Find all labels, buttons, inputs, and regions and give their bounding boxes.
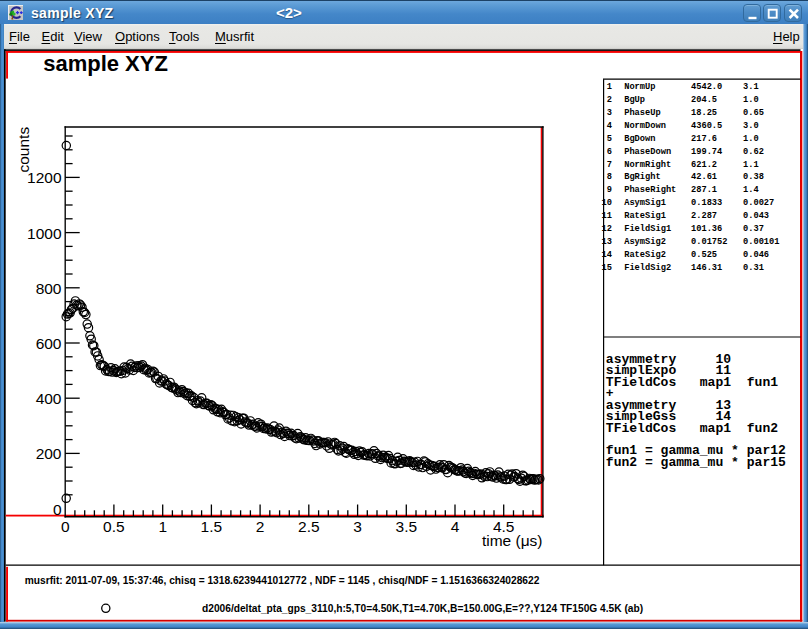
svg-text:217.6: 217.6 (691, 134, 717, 144)
svg-text:146.31: 146.31 (691, 263, 722, 273)
svg-text:800: 800 (36, 280, 62, 297)
svg-text:1.5: 1.5 (201, 518, 223, 535)
svg-text:3: 3 (353, 518, 362, 535)
svg-text:3.5: 3.5 (396, 518, 418, 535)
svg-text:0.525: 0.525 (691, 250, 717, 260)
svg-text:1.4: 1.4 (743, 185, 759, 195)
svg-text:11: 11 (602, 211, 612, 221)
svg-text:1: 1 (607, 82, 612, 92)
svg-text:0.046: 0.046 (743, 250, 769, 260)
svg-text:3.0: 3.0 (743, 121, 759, 131)
svg-text:0.1833: 0.1833 (691, 198, 722, 208)
svg-text:199.74: 199.74 (691, 147, 722, 157)
svg-text:15: 15 (602, 263, 612, 273)
svg-text:1200: 1200 (27, 169, 62, 186)
svg-text:4360.5: 4360.5 (691, 121, 722, 131)
svg-text:1.1: 1.1 (743, 160, 759, 170)
svg-text:0.00101: 0.00101 (743, 237, 780, 247)
svg-text:0.37: 0.37 (743, 224, 764, 234)
svg-text:fun2 = gamma_mu * par15: fun2 = gamma_mu * par15 (606, 455, 786, 470)
svg-text:0.31: 0.31 (743, 263, 764, 273)
svg-text:FieldSig1: FieldSig1 (624, 224, 671, 234)
svg-text:12: 12 (602, 224, 612, 234)
svg-text:204.5: 204.5 (691, 95, 717, 105)
svg-text:101.36: 101.36 (691, 224, 722, 234)
svg-text:FieldSig2: FieldSig2 (624, 263, 671, 273)
svg-text:1: 1 (158, 518, 167, 535)
svg-text:10: 10 (602, 198, 612, 208)
svg-text:PhaseDown: PhaseDown (624, 147, 671, 157)
svg-text:18.25: 18.25 (691, 108, 717, 118)
svg-text:400: 400 (36, 390, 62, 407)
svg-text:0.38: 0.38 (743, 172, 764, 182)
svg-text:4542.0: 4542.0 (691, 82, 722, 92)
svg-text:NormUp: NormUp (624, 82, 655, 92)
svg-text:counts: counts (15, 127, 32, 173)
svg-text:3.1: 3.1 (743, 82, 759, 92)
svg-text:2.287: 2.287 (691, 211, 717, 221)
svg-text:0.0027: 0.0027 (743, 198, 774, 208)
svg-text:0.043: 0.043 (743, 211, 769, 221)
svg-text:AsymSig1: AsymSig1 (624, 198, 666, 208)
svg-text:sample XYZ: sample XYZ (43, 51, 168, 76)
svg-text:1000: 1000 (27, 225, 62, 242)
svg-text:AsymSig2: AsymSig2 (624, 237, 666, 247)
svg-text:600: 600 (36, 335, 62, 352)
svg-text:0.01752: 0.01752 (691, 237, 728, 247)
svg-text:4: 4 (607, 121, 612, 131)
svg-text:BgRight: BgRight (624, 172, 661, 182)
svg-text:4: 4 (451, 518, 460, 535)
svg-text:NormDown: NormDown (624, 121, 666, 131)
svg-text:TFieldCos map1 fun2: TFieldCos map1 fun2 (606, 421, 778, 436)
svg-text:287.1: 287.1 (691, 185, 717, 195)
svg-text:0.62: 0.62 (743, 147, 764, 157)
svg-text:RateSig1: RateSig1 (624, 211, 666, 221)
svg-text:621.2: 621.2 (691, 160, 717, 170)
svg-text:1.0: 1.0 (743, 134, 759, 144)
svg-text:1.0: 1.0 (743, 95, 759, 105)
svg-text:9: 9 (607, 185, 612, 195)
svg-text:42.61: 42.61 (691, 172, 717, 182)
svg-text:BgDown: BgDown (624, 134, 655, 144)
svg-text:0.65: 0.65 (743, 108, 764, 118)
svg-text:RateSig2: RateSig2 (624, 250, 666, 260)
svg-text:2: 2 (256, 518, 265, 535)
svg-text:14: 14 (602, 250, 612, 260)
svg-text:PhaseRight: PhaseRight (624, 185, 676, 195)
svg-text:5: 5 (607, 134, 612, 144)
svg-text:6: 6 (607, 147, 612, 157)
svg-text:8: 8 (607, 172, 612, 182)
svg-text:13: 13 (602, 237, 612, 247)
svg-text:2: 2 (607, 95, 612, 105)
svg-text:PhaseUp: PhaseUp (624, 108, 661, 118)
svg-text:0.5: 0.5 (103, 518, 125, 535)
svg-text:7: 7 (607, 160, 612, 170)
svg-text:3: 3 (607, 108, 612, 118)
svg-text:0: 0 (53, 501, 62, 518)
svg-text:NormRight: NormRight (624, 160, 671, 170)
svg-text:200: 200 (36, 445, 62, 462)
svg-text:d2006/deltat_pta_gps_3110,h:5,: d2006/deltat_pta_gps_3110,h:5,T0=4.50K,T… (202, 603, 643, 614)
svg-text:TFieldCos map1 fun1: TFieldCos map1 fun1 (606, 375, 778, 390)
svg-text:2.5: 2.5 (298, 518, 320, 535)
svg-text:musrfit: 2011-07-09, 15:37:46,: musrfit: 2011-07-09, 15:37:46, chisq = 1… (25, 575, 540, 586)
svg-text:0: 0 (61, 518, 70, 535)
svg-text:BgUp: BgUp (624, 95, 645, 105)
svg-text:time (μs): time (μs) (482, 532, 543, 549)
